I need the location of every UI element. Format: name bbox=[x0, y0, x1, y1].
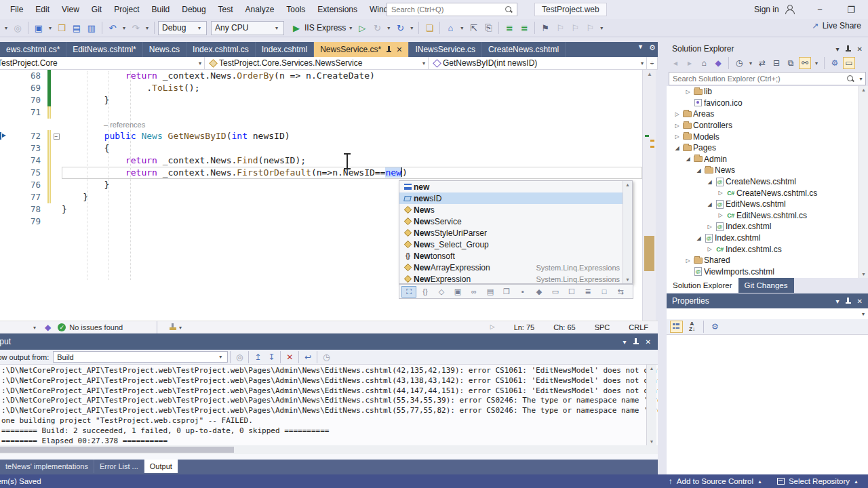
code-text[interactable]: public News GetNewsByID(int newsID) bbox=[62, 130, 642, 142]
code-text[interactable]: { bbox=[62, 142, 642, 155]
scroll-down-icon[interactable]: ▼ bbox=[647, 439, 656, 444]
editor-tab[interactable]: News.cs bbox=[143, 42, 186, 57]
menu-item-debug[interactable]: Debug bbox=[176, 2, 212, 17]
project-dropdown[interactable]: TestProject.Core ▾ bbox=[0, 57, 205, 69]
intellisense-item[interactable]: NewsService bbox=[399, 216, 632, 227]
filter-enums-icon[interactable]: ◆ bbox=[532, 286, 547, 298]
pin-icon[interactable] bbox=[386, 46, 392, 54]
save-all-icon[interactable]: ▥ bbox=[85, 21, 98, 35]
close-icon[interactable]: ✕ bbox=[857, 298, 863, 305]
panel-tab-git-changes[interactable]: Git Changes bbox=[738, 278, 794, 293]
output-horizontal-scrollbar[interactable] bbox=[0, 445, 658, 454]
scroll-down-icon[interactable]: ▼ bbox=[623, 277, 632, 282]
expanded-arrow-icon[interactable]: ◢ bbox=[705, 201, 714, 207]
collapsed-arrow-icon[interactable]: ▷ bbox=[684, 89, 692, 95]
bottom-tab[interactable]: teNews' implementations bbox=[0, 460, 94, 473]
switch-views-icon[interactable]: ◆ bbox=[712, 57, 724, 69]
maximize-button[interactable]: ❐ bbox=[840, 0, 863, 19]
restart-caret[interactable]: ▾ bbox=[408, 25, 415, 31]
expand-icon[interactable]: ▷ bbox=[490, 323, 495, 331]
tree-item[interactable]: ◢Pages bbox=[667, 142, 859, 154]
previous-message-icon[interactable]: ↥ bbox=[251, 352, 264, 362]
next-bookmark-icon[interactable]: ⚐ bbox=[568, 21, 582, 35]
editor-tab[interactable]: Index.cshtml.cs bbox=[186, 42, 256, 57]
code-line[interactable]: 69 .ToList(); bbox=[0, 82, 642, 94]
pin-icon[interactable] bbox=[633, 338, 639, 346]
search-input[interactable] bbox=[387, 5, 505, 14]
navigate-forward-icon[interactable]: ◎ bbox=[11, 21, 24, 35]
pin-icon[interactable] bbox=[846, 298, 851, 305]
tree-item[interactable]: ▷lib bbox=[667, 86, 859, 98]
editor-scrollbar[interactable]: ▲ ▼ bbox=[642, 70, 656, 333]
collapsed-arrow-icon[interactable]: ▷ bbox=[716, 190, 725, 196]
code-cleanup-icon[interactable] bbox=[169, 323, 177, 331]
filter-snippets-icon[interactable]: ≣ bbox=[580, 286, 595, 298]
filter-interfaces-icon[interactable]: ▭ bbox=[548, 286, 563, 298]
hot-reload-icon[interactable]: ↻ bbox=[370, 21, 384, 35]
properties-wrench-icon[interactable]: ⚙ bbox=[829, 57, 841, 69]
filter-properties-icon[interactable]: ☐ bbox=[564, 286, 579, 298]
sign-in-label[interactable]: Sign in bbox=[754, 5, 779, 14]
code-line[interactable]: 70 } bbox=[0, 94, 642, 106]
forward-icon[interactable]: ▸ bbox=[684, 57, 696, 69]
undo-caret[interactable]: ▾ bbox=[121, 25, 127, 31]
find-message-icon[interactable]: ◎ bbox=[233, 352, 246, 362]
home-icon[interactable]: ⌂ bbox=[698, 57, 710, 69]
expanded-arrow-icon[interactable]: ◢ bbox=[705, 179, 714, 185]
tree-item[interactable]: ◢Admin bbox=[667, 154, 859, 165]
live-share-button[interactable]: ↗ Live Share bbox=[812, 21, 861, 30]
word-wrap-icon[interactable]: ↩ bbox=[301, 352, 315, 362]
editor-tab[interactable]: NewsService.cs*✕ bbox=[314, 42, 409, 57]
filter-fields-icon[interactable]: ❒ bbox=[499, 286, 514, 298]
type-dropdown[interactable]: TestProject.Core.Services.NewsService ▾ bbox=[205, 57, 429, 69]
window-position-caret[interactable]: ▾ bbox=[836, 298, 840, 305]
sign-in[interactable]: Sign in bbox=[754, 0, 794, 19]
menu-item-edit[interactable]: Edit bbox=[29, 2, 56, 17]
undo-icon[interactable]: ↶ bbox=[106, 21, 119, 35]
scroll-up-icon[interactable]: ▲ bbox=[623, 182, 632, 187]
intellisense-item[interactable]: News bbox=[399, 204, 632, 216]
tree-item[interactable]: ◢@CreateNews.cshtml bbox=[667, 176, 859, 188]
collapsed-arrow-icon[interactable]: ▷ bbox=[673, 111, 682, 117]
collapsed-arrow-icon[interactable]: ▷ bbox=[684, 258, 692, 264]
line-indicator[interactable]: Ln: 75 bbox=[514, 323, 535, 331]
tree-item[interactable]: ◢@EditNews.cshtml bbox=[667, 199, 859, 210]
output-title-bar[interactable]: Output ▾ ✕ bbox=[0, 333, 658, 350]
code-line[interactable]: 72− public News GetNewsByID(int newsID) bbox=[0, 130, 642, 142]
filter-classes-icon[interactable]: ◇ bbox=[434, 286, 449, 298]
intellisense-scrollbar[interactable]: ▲ ▼ bbox=[623, 181, 632, 283]
output-log[interactable]: :\D\NetCoreProject_API\TestProject.web\T… bbox=[0, 365, 658, 445]
autoscroll-clock-icon[interactable]: ◷ bbox=[319, 352, 333, 362]
start-debug-caret[interactable]: ▾ bbox=[347, 25, 354, 31]
bottom-tab[interactable]: Output bbox=[144, 460, 178, 473]
menu-item-tools[interactable]: Tools bbox=[280, 2, 311, 17]
intellisense-item[interactable]: News_Select_Group bbox=[399, 239, 632, 250]
output-source-select[interactable]: Build ▾ bbox=[53, 351, 228, 363]
solution-explorer-search[interactable]: ▾ bbox=[669, 72, 866, 85]
start-debug-icon[interactable]: ▶ bbox=[290, 21, 303, 35]
save-icon[interactable]: ▤ bbox=[70, 21, 83, 35]
code-line[interactable]: 68 return _context.News.OrderBy(n => n.C… bbox=[0, 70, 642, 82]
spaces-indicator[interactable]: SPC bbox=[595, 323, 610, 331]
solution-search-input[interactable] bbox=[669, 75, 846, 83]
search-options-caret[interactable]: ▾ bbox=[859, 76, 865, 82]
solution-config-select[interactable]: Debug▾ bbox=[158, 21, 207, 35]
pin-icon[interactable] bbox=[846, 45, 851, 53]
tree-item[interactable]: favicon.ico bbox=[667, 98, 859, 109]
back-icon[interactable]: ◂ bbox=[669, 57, 682, 69]
code-text[interactable]: return _context.News.Find(newsID); bbox=[62, 155, 642, 167]
expanded-arrow-icon[interactable]: ◢ bbox=[694, 235, 703, 241]
member-dropdown[interactable]: GetNewsByID(int newsID) ▾ bbox=[429, 57, 647, 69]
collapsed-arrow-icon[interactable]: ▷ bbox=[673, 134, 682, 140]
publish-icon[interactable]: ⌂ bbox=[443, 21, 457, 35]
tree-item[interactable]: ◢@Index.cshtml bbox=[667, 232, 859, 244]
code-text[interactable]: .ToList(); bbox=[62, 82, 642, 94]
code-text[interactable]: return _context.News.OrderBy(n => n.Crea… bbox=[62, 70, 642, 82]
editor-tab[interactable]: EditNews.cshtml* bbox=[66, 42, 142, 57]
editor-tab[interactable]: CreateNews.cshtml bbox=[482, 42, 566, 57]
intellisense-item[interactable]: NewsStyleUriParser bbox=[399, 227, 632, 239]
collapse-icon[interactable]: − bbox=[54, 134, 60, 140]
editor-tab[interactable]: INewsService.cs bbox=[409, 42, 482, 57]
scroll-up-icon[interactable]: ▲ bbox=[643, 70, 656, 79]
code-line[interactable]: 73 { bbox=[0, 142, 642, 155]
